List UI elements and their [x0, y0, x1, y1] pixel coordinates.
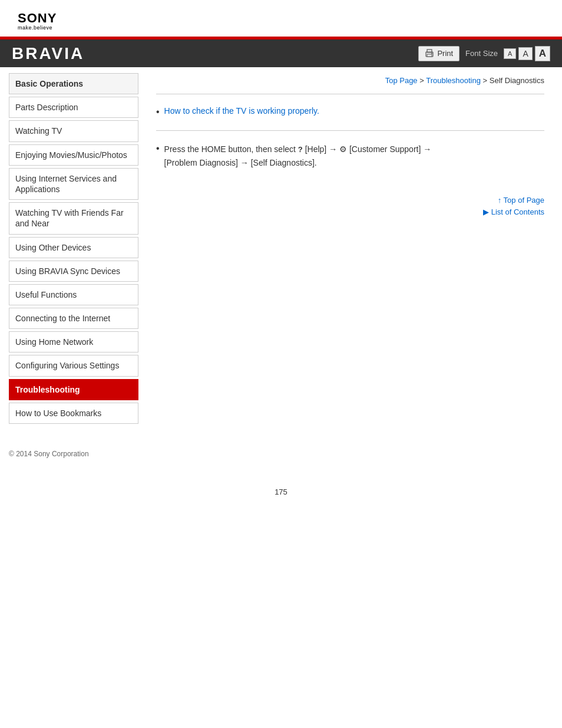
- top-arrow-icon: ↑: [498, 196, 504, 205]
- sony-logo: SONY make.believe: [18, 11, 544, 31]
- instruction-gear-icon: ⚙: [339, 144, 347, 154]
- print-icon: [425, 49, 434, 58]
- font-large-button[interactable]: A: [535, 46, 550, 61]
- sidebar-item-home-network[interactable]: Using Home Network: [9, 331, 138, 353]
- header-bar: BRAVIA Print Font Size A A A: [0, 37, 562, 67]
- copyright: © 2014 Sony Corporation: [9, 450, 89, 458]
- print-button[interactable]: Print: [418, 46, 459, 61]
- instruction-problem: [Problem Diagnosis]: [164, 158, 238, 167]
- instruction-arrow3: →: [240, 158, 249, 167]
- bottom-area: 175: [0, 470, 562, 496]
- sidebar-item-bravia-sync[interactable]: Using BRAVIA Sync Devices: [9, 261, 138, 282]
- font-size-label: Font Size: [465, 49, 498, 58]
- content-list-links: How to check if the TV is working proper…: [156, 103, 544, 121]
- list-item-instruction: Press the HOME button, then select ? [He…: [156, 140, 544, 172]
- check-tv-link[interactable]: How to check if the TV is working proper…: [164, 106, 319, 116]
- top-of-page-link[interactable]: ↑ Top of Page: [156, 196, 544, 205]
- sidebar-item-useful-functions[interactable]: Useful Functions: [9, 284, 138, 305]
- sidebar-item-bookmarks[interactable]: How to Use Bookmarks: [9, 403, 138, 424]
- page-footer: © 2014 Sony Corporation: [0, 438, 562, 470]
- svg-rect-2: [427, 54, 432, 57]
- breadcrumb-troubleshooting[interactable]: Troubleshooting: [426, 76, 481, 85]
- font-size-buttons: A A A: [504, 46, 550, 61]
- bravia-title: BRAVIA: [12, 44, 84, 63]
- sony-wordmark: SONY: [18, 11, 57, 26]
- breadcrumb-top-page[interactable]: Top Page: [385, 76, 418, 85]
- font-medium-button[interactable]: A: [518, 47, 532, 60]
- sidebar-item-configuring[interactable]: Configuring Various Settings: [9, 355, 138, 376]
- instruction-arrow2: →: [423, 144, 431, 154]
- breadcrumb: Top Page > Troubleshooting > Self Diagno…: [156, 73, 544, 85]
- page-number: 175: [0, 487, 562, 496]
- instruction-support-label: [Customer Support]: [349, 144, 421, 154]
- content-list-instructions: Press the HOME button, then select ? [He…: [156, 140, 544, 172]
- top-area: SONY make.believe: [0, 0, 562, 37]
- sidebar-item-other-devices[interactable]: Using Other Devices: [9, 237, 138, 258]
- font-small-button[interactable]: A: [504, 48, 516, 59]
- sony-tagline: make.believe: [18, 25, 52, 31]
- instruction-prefix: Press the HOME button, then select: [164, 144, 296, 154]
- list-of-contents-link[interactable]: ▶ List of Contents: [156, 207, 544, 216]
- sidebar-item-watching-friends[interactable]: Watching TV with Friends Far and Near: [9, 202, 138, 234]
- instruction-text: Press the HOME button, then select ? [He…: [164, 143, 432, 169]
- list-item-link: How to check if the TV is working proper…: [156, 103, 544, 121]
- main-layout: Basic Operations Parts Description Watch…: [0, 67, 562, 432]
- list-arrow-icon: ▶: [483, 207, 491, 216]
- divider-middle: [156, 130, 544, 131]
- sidebar-item-connecting-internet[interactable]: Connecting to the Internet: [9, 308, 138, 329]
- breadcrumb-current: Self Diagnostics: [490, 76, 544, 85]
- instruction-arrow1: →: [329, 144, 337, 154]
- sidebar-item-basic-operations[interactable]: Basic Operations: [9, 73, 138, 94]
- content-footer: ↑ Top of Page ▶ List of Contents: [156, 196, 544, 216]
- instruction-self: [Self Diagnostics].: [251, 158, 317, 167]
- divider-top: [156, 94, 544, 94]
- sidebar: Basic Operations Parts Description Watch…: [0, 67, 144, 432]
- sidebar-item-parts-description[interactable]: Parts Description: [9, 97, 138, 118]
- sidebar-item-watching-tv[interactable]: Watching TV: [9, 120, 138, 141]
- instruction-help-label: [Help]: [305, 144, 327, 154]
- sidebar-item-troubleshooting[interactable]: Troubleshooting: [9, 379, 138, 400]
- content-area: Top Page > Troubleshooting > Self Diagno…: [144, 67, 562, 432]
- header-controls: Print Font Size A A A: [418, 46, 550, 61]
- print-label: Print: [437, 49, 453, 58]
- sidebar-item-internet-services[interactable]: Using Internet Services and Applications: [9, 168, 138, 200]
- instruction-help-icon: ?: [298, 145, 303, 154]
- sidebar-item-enjoying[interactable]: Enjoying Movies/Music/Photos: [9, 144, 138, 166]
- svg-point-3: [431, 52, 432, 54]
